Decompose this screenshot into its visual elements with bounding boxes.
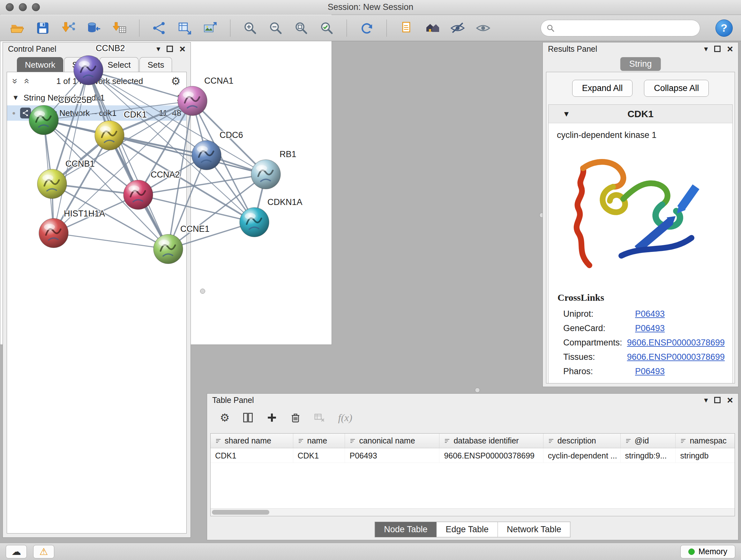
table-cell: 9606.ENSP00000378699: [440, 448, 543, 462]
home-view-button[interactable]: [423, 19, 441, 37]
memory-status-icon: [688, 549, 695, 555]
crosslink-row: Pharos: P06493: [556, 364, 725, 379]
protein-ribbon-icon: [561, 147, 720, 281]
add-column-button[interactable]: [266, 412, 277, 423]
column-sort-icon: [548, 438, 554, 444]
memory-button[interactable]: Memory: [680, 545, 735, 558]
column-sort-icon: [298, 438, 304, 444]
hide-selected-button[interactable]: [449, 19, 467, 37]
column-header[interactable]: description: [543, 434, 621, 448]
collapse-all-button[interactable]: Collapse All: [644, 80, 709, 97]
protein-section-header[interactable]: ▼ CDK1: [549, 105, 732, 123]
string-results-body: Expand All Collapse All ▼ CDK1 cyclin-de…: [546, 72, 735, 383]
crosslink-row: Tissues: 9606.ENSP00000378699: [556, 350, 725, 364]
close-panel-icon[interactable]: ×: [727, 44, 733, 54]
help-button[interactable]: ?: [716, 19, 733, 37]
window-title: Session: New Session: [328, 2, 414, 12]
horizontal-scrollbar: [211, 508, 735, 516]
table-settings-button[interactable]: ⚙: [220, 412, 229, 423]
cloud-icon: ☁: [11, 547, 21, 557]
tab-node-table[interactable]: Node Table: [375, 522, 436, 537]
network-view-panel: CCNB2CCNA1CDC25BCDK1CDC6RB1CCNB1CCNA2CDK…: [0, 0, 332, 345]
column-sort-icon: [444, 438, 450, 444]
search-input[interactable]: [558, 23, 695, 33]
table-cell: stringdb: [676, 448, 735, 462]
svg-text:CCNA2: CCNA2: [151, 170, 180, 179]
toolbar-separator: [347, 19, 347, 37]
toolbar-separator: [387, 19, 387, 37]
svg-text:HIST1H1A: HIST1H1A: [64, 209, 105, 219]
crosslink-link[interactable]: P06493: [635, 323, 665, 333]
scrollbar-thumb[interactable]: [212, 510, 269, 515]
columns-icon: [242, 412, 254, 423]
protein-name: CDK1: [549, 109, 732, 119]
plus-icon: [266, 412, 277, 423]
svg-text:CCNB2: CCNB2: [96, 44, 125, 53]
annotation-document-button[interactable]: [398, 19, 415, 37]
results-panel: Results Panel ▾ × String Expand All Coll…: [542, 42, 738, 387]
table-header-row: shared name name canonical name database…: [211, 434, 735, 448]
crosslink-link[interactable]: 9606.ENSP00000378699: [627, 352, 725, 362]
svg-text:CCNE1: CCNE1: [180, 224, 210, 234]
warnings-button[interactable]: ⚠: [33, 545, 54, 558]
memory-label: Memory: [698, 547, 727, 556]
crosslink-link[interactable]: 9606.ENSP00000378699: [627, 338, 725, 348]
table-cell: CDK1: [293, 448, 345, 462]
tab-network-table[interactable]: Network Table: [498, 522, 570, 537]
network-canvas[interactable]: CCNB2CCNA1CDC25BCDK1CDC6RB1CCNB1CCNA2CDK…: [0, 0, 331, 327]
eye-slash-icon: [450, 20, 465, 36]
panel-menu-icon[interactable]: ▾: [704, 45, 708, 53]
panel-menu-icon[interactable]: ▾: [704, 396, 708, 404]
show-selected-button[interactable]: [474, 19, 492, 37]
float-panel-icon[interactable]: [714, 46, 721, 52]
status-bar: ☁ ⚠ Memory: [0, 543, 741, 560]
float-panel-icon[interactable]: [714, 397, 721, 403]
svg-text:CDKN1A: CDKN1A: [267, 197, 302, 207]
tab-edge-table[interactable]: Edge Table: [436, 522, 498, 537]
crosslink-link[interactable]: P06493: [635, 367, 665, 376]
table-clear-icon: [314, 412, 325, 423]
refresh-button[interactable]: [358, 19, 376, 37]
document-icon: [399, 20, 414, 36]
delete-column-button[interactable]: [290, 412, 301, 423]
trash-icon: [290, 412, 301, 423]
svg-text:CCNB1: CCNB1: [65, 159, 95, 169]
cytoscape-window: Session: New Session: [0, 0, 741, 560]
table-cell: cyclin-dependent ...: [543, 448, 621, 462]
protein-structure-image: [556, 143, 725, 289]
left-splitter-handle[interactable]: [200, 289, 205, 294]
close-panel-icon[interactable]: ×: [727, 395, 733, 405]
column-header[interactable]: name: [293, 434, 345, 448]
clear-table-button[interactable]: [314, 412, 325, 423]
table-row[interactable]: CDK1 CDK1 P06493 9606.ENSP00000378699 cy…: [211, 448, 735, 463]
results-panel-header: Results Panel ▾ ×: [543, 43, 738, 55]
svg-text:CDC6: CDC6: [219, 130, 243, 140]
search-box: [541, 20, 700, 37]
table-panel: Table Panel ▾ × ⚙: [207, 393, 738, 540]
function-builder-button[interactable]: f(x): [338, 412, 352, 424]
cloud-status-button[interactable]: ☁: [6, 545, 27, 558]
column-header[interactable]: database identifier: [440, 434, 543, 448]
node-table: shared name name canonical name database…: [210, 433, 735, 516]
table-tabs: Node Table Edge Table Network Table: [375, 522, 570, 537]
section-expanded-icon[interactable]: ▼: [562, 110, 570, 118]
table-panel-title: Table Panel: [212, 395, 254, 405]
crosslink-link[interactable]: P06493: [635, 309, 665, 319]
crosslink-row: Compartments: 9606.ENSP00000378699: [556, 335, 725, 350]
protein-section-content: cyclin-dependent kinase 1: [549, 123, 732, 383]
show-columns-button[interactable]: [242, 412, 254, 423]
column-header[interactable]: canonical name: [345, 434, 440, 448]
column-header[interactable]: shared name: [211, 434, 293, 448]
results-buttons-row: Expand All Collapse All: [546, 72, 735, 105]
column-header[interactable]: @id: [621, 434, 676, 448]
column-header[interactable]: namespac: [676, 434, 735, 448]
column-sort-icon: [215, 438, 221, 444]
crosslink-row: Uniprot: P06493: [556, 307, 725, 321]
crosslink-label: Uniprot:: [563, 309, 635, 319]
expand-all-button[interactable]: Expand All: [572, 80, 633, 97]
crosslinks-title: CrossLinks: [556, 289, 725, 307]
string-tab[interactable]: String: [620, 57, 661, 71]
bottom-splitter-handle[interactable]: [475, 388, 480, 393]
svg-text:CCNA1: CCNA1: [204, 76, 233, 85]
crosslink-label: Pharos:: [563, 367, 635, 376]
